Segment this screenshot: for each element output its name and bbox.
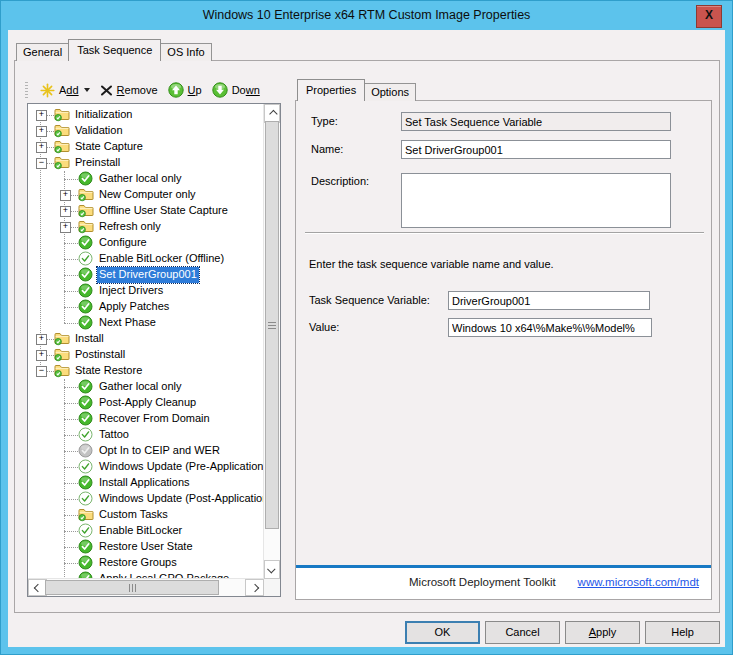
check-outline-icon bbox=[78, 459, 94, 475]
remove-label: Remove bbox=[117, 84, 158, 96]
toolbar-grip-icon bbox=[25, 82, 28, 98]
dropdown-caret-icon bbox=[84, 88, 90, 92]
tree-item-refresh-only[interactable]: +Refresh only bbox=[28, 219, 264, 235]
type-label: Type: bbox=[311, 115, 338, 127]
name-field[interactable] bbox=[401, 140, 671, 159]
scroll-down-button[interactable] bbox=[264, 560, 280, 579]
tree-item-initialization[interactable]: +Initialization bbox=[28, 107, 264, 123]
tab-properties[interactable]: Properties bbox=[297, 79, 365, 101]
tree-connector bbox=[64, 387, 78, 388]
tree-rows: +Initialization+Validation+State Capture… bbox=[28, 104, 264, 579]
remove-button[interactable]: Remove bbox=[95, 82, 163, 99]
up-label: Up bbox=[188, 84, 202, 96]
main-tab-strip: GeneralTask SequenceOS Info bbox=[16, 40, 211, 61]
tree-item-label: Postinstall bbox=[73, 347, 127, 363]
type-field bbox=[401, 112, 671, 131]
tree-item-state-capture[interactable]: +State Capture bbox=[28, 139, 264, 155]
scroll-right-button[interactable] bbox=[245, 579, 264, 596]
tree-item-label: Restore User State bbox=[97, 539, 195, 555]
expand-toggle[interactable]: + bbox=[36, 126, 47, 137]
value-field[interactable] bbox=[448, 318, 652, 337]
down-label: Down bbox=[232, 84, 260, 96]
tree-connector bbox=[64, 179, 78, 180]
expand-toggle[interactable]: + bbox=[36, 110, 47, 121]
tree-item-label: Validation bbox=[73, 123, 125, 139]
tab-options[interactable]: Options bbox=[364, 83, 416, 101]
ok-button[interactable]: OK bbox=[405, 621, 480, 644]
task-sequence-tree: +Initialization+Validation+State Capture… bbox=[27, 103, 281, 597]
tree-connector bbox=[64, 499, 78, 500]
tree-item-label: Recover From Domain bbox=[97, 411, 212, 427]
expand-toggle[interactable]: + bbox=[60, 190, 71, 201]
tree-connector bbox=[64, 451, 78, 452]
cancel-button[interactable]: Cancel bbox=[485, 621, 560, 644]
tree-item-install[interactable]: +Install bbox=[28, 331, 264, 347]
tree-item-label: Windows Update (Post-Application Install… bbox=[97, 491, 264, 507]
check-outline-icon bbox=[78, 427, 94, 443]
mdt-website-link[interactable]: www.microsoft.com/mdt bbox=[578, 576, 699, 588]
help-button[interactable]: Help bbox=[645, 621, 720, 644]
description-field[interactable] bbox=[401, 173, 671, 228]
folder-check-icon bbox=[54, 107, 70, 123]
tab-general[interactable]: General bbox=[16, 43, 69, 61]
expand-toggle[interactable]: + bbox=[60, 222, 71, 233]
up-button[interactable]: Up bbox=[163, 80, 207, 100]
folder-check-icon bbox=[78, 507, 94, 523]
apply-button[interactable]: Apply bbox=[565, 621, 640, 644]
check-green-icon bbox=[78, 379, 94, 395]
folder-check-icon bbox=[78, 203, 94, 219]
tree-item-label: Inject Drivers bbox=[97, 283, 165, 299]
tree-vertical-scrollbar[interactable] bbox=[263, 104, 280, 579]
check-green-icon bbox=[78, 395, 94, 411]
close-button[interactable]: X bbox=[696, 5, 722, 28]
tree-item-label: State Restore bbox=[73, 363, 144, 379]
horizontal-scroll-thumb[interactable] bbox=[45, 580, 219, 595]
tree-connector bbox=[64, 243, 78, 244]
expand-toggle[interactable]: + bbox=[36, 334, 47, 345]
tree-item-offline-user-state-capture[interactable]: +Offline User State Capture bbox=[28, 203, 264, 219]
tree-horizontal-scrollbar[interactable] bbox=[28, 578, 264, 596]
collapse-toggle[interactable]: − bbox=[36, 366, 47, 377]
collapse-toggle[interactable]: − bbox=[36, 158, 47, 169]
add-button[interactable]: Add bbox=[35, 81, 95, 100]
expand-toggle[interactable]: + bbox=[36, 350, 47, 361]
tree-item-label: Restore Groups bbox=[97, 555, 179, 571]
tree-item-state-restore[interactable]: −State Restore bbox=[28, 363, 264, 379]
expand-toggle[interactable]: + bbox=[60, 206, 71, 217]
tree-item-new-computer-only[interactable]: +New Computer only bbox=[28, 187, 264, 203]
properties-panel: Type: Name: Description: Enter the task … bbox=[295, 100, 712, 600]
tree-item-preinstall[interactable]: −Preinstall bbox=[28, 155, 264, 171]
dialog-window: { "window": { "title": "Windows 10 Enter… bbox=[0, 0, 733, 655]
down-button[interactable]: Down bbox=[207, 80, 265, 100]
tree-item-label: Gather local only bbox=[97, 379, 184, 395]
task-sequence-variable-field[interactable] bbox=[448, 291, 650, 310]
tree-item-label: Opt In to CEIP and WER bbox=[97, 443, 222, 459]
scrollbar-corner bbox=[264, 579, 280, 596]
check-green-icon bbox=[78, 267, 94, 283]
tree-connector bbox=[64, 435, 78, 436]
tree-item-label: Custom Tasks bbox=[97, 507, 170, 523]
tree-item-label: Post-Apply Cleanup bbox=[97, 395, 198, 411]
folder-check-icon bbox=[54, 331, 70, 347]
folder-check-icon bbox=[78, 219, 94, 235]
tree-connector bbox=[64, 323, 78, 324]
tree-item-postinstall[interactable]: +Postinstall bbox=[28, 347, 264, 363]
chevron-up-icon bbox=[269, 109, 277, 117]
tab-os-info[interactable]: OS Info bbox=[160, 43, 211, 61]
add-star-icon bbox=[40, 83, 55, 98]
vertical-scroll-thumb[interactable] bbox=[265, 121, 279, 529]
tab-task-sequence[interactable]: Task Sequence bbox=[68, 39, 161, 61]
folder-check-icon bbox=[54, 363, 70, 379]
task-sequence-variable-label: Task Sequence Variable: bbox=[309, 294, 430, 306]
tree-item-label: Install Applications bbox=[97, 475, 192, 491]
expand-toggle[interactable]: + bbox=[36, 142, 47, 153]
down-circle-icon bbox=[212, 82, 228, 98]
tree-item-label: Apply Patches bbox=[97, 299, 171, 315]
tree-item-label: Tattoo bbox=[97, 427, 131, 443]
remove-x-icon bbox=[100, 84, 113, 97]
name-label: Name: bbox=[311, 143, 343, 155]
folder-check-icon bbox=[54, 155, 70, 171]
check-outline-icon bbox=[78, 491, 94, 507]
tree-item-validation[interactable]: +Validation bbox=[28, 123, 264, 139]
up-circle-icon bbox=[168, 82, 184, 98]
